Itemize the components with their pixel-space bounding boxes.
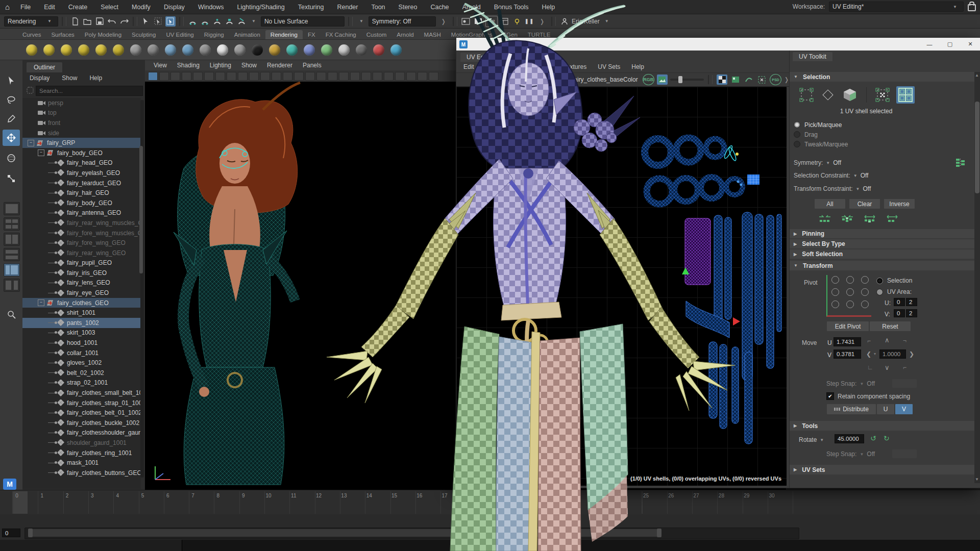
inverse-button[interactable]: Inverse [884, 198, 915, 209]
rotate-value-field[interactable]: 45.0000 [835, 434, 864, 443]
uv-area-u-min-field[interactable]: 0 [894, 298, 905, 306]
workspace-lock-icon[interactable] [968, 4, 976, 11]
viewport-toolbar-icon-6[interactable] [215, 72, 225, 81]
viewport-menu-show[interactable]: Show [237, 61, 261, 69]
chevron-down-icon[interactable]: ▾ [874, 352, 876, 356]
viewport-toolbar-icon-3[interactable] [182, 72, 191, 81]
outliner-menu-display[interactable]: Display [24, 73, 55, 83]
account-name[interactable]: Eric Keller [572, 18, 600, 25]
viewport-toolbar-icon-21[interactable] [384, 72, 394, 81]
pivot-selection-radio[interactable]: Selection [876, 277, 912, 284]
time-slider-ticks[interactable]: 0123456789101112131415161718192021222324… [12, 491, 799, 514]
menu-display[interactable]: Display [157, 4, 191, 11]
new-scene-icon[interactable] [70, 16, 80, 27]
range-slider-track[interactable] [24, 528, 799, 539]
symmetry-field[interactable]: Symmetry: Off [369, 16, 436, 27]
menu-create[interactable]: Create [62, 4, 94, 11]
snap-curve-icon[interactable] [200, 16, 210, 27]
outliner-item-shirt-1001[interactable]: shirt_1001 [22, 308, 141, 318]
scroll-down-icon[interactable]: ▼ [974, 476, 980, 483]
uv-shell-select-icon[interactable] [896, 86, 915, 104]
reset-pivot-button[interactable]: Reset [869, 321, 911, 332]
shelf-tab-sculpting[interactable]: Sculpting [127, 30, 161, 39]
menu-toon[interactable]: Toon [364, 4, 391, 11]
viewport-toolbar-icon-8[interactable] [238, 72, 248, 81]
snap-grid-icon[interactable] [187, 16, 198, 27]
uv-menu-tools[interactable]: Tools [480, 62, 505, 71]
shelf-tab-surfaces[interactable]: Surfaces [46, 30, 79, 39]
scroll-up-icon[interactable]: ▲ [974, 72, 980, 79]
symmetry-grid-icon[interactable] [956, 159, 965, 167]
uv-menu-textures[interactable]: Textures [558, 62, 592, 71]
pivot-cell-5[interactable] [861, 288, 869, 296]
pause-viewport-icon[interactable]: ❚❚ [524, 16, 534, 27]
layout-single-pane-button[interactable] [4, 202, 20, 215]
chevron-down-icon[interactable]: ▼ [853, 173, 857, 178]
viewport-toolbar-icon-2[interactable] [170, 72, 180, 81]
layout-two-pane-stacked-button[interactable] [4, 248, 20, 261]
snap-options-chevron-icon[interactable]: ▼ [252, 19, 256, 23]
range-slider-bar[interactable] [28, 529, 661, 537]
layout-persp-uv-button[interactable] [4, 279, 20, 292]
menu-lighting-shading[interactable]: Lighting/Shading [231, 4, 291, 11]
viewport-menu-lighting[interactable]: Lighting [205, 61, 236, 69]
shelf-icon-black-material[interactable] [249, 42, 265, 58]
outliner-item-persp[interactable]: persp [22, 98, 141, 108]
outliner-item-fairy-grp[interactable]: −fairy_GRP [22, 138, 141, 148]
outliner-item-fairy-clothes-small-belt-1002[interactable]: fairy_clothes_small_belt_1002 [22, 388, 141, 398]
pivot-cell-3[interactable] [831, 288, 839, 296]
distribute-button[interactable]: Distribute [826, 404, 876, 415]
vertex-select-icon[interactable] [820, 87, 836, 103]
account-person-icon[interactable] [559, 16, 570, 27]
retain-spacing-row[interactable]: ✔ Retain component spacing [826, 392, 910, 400]
window-close-button[interactable]: ✕ [960, 38, 980, 51]
undo-icon[interactable] [107, 16, 117, 27]
shelf-tab-mash[interactable]: MASH [419, 30, 446, 39]
shelf-icon-gold-material[interactable] [266, 42, 283, 58]
redo-icon[interactable] [119, 16, 129, 27]
outliner-item-fairy-eyelash-geo[interactable]: fairy_eyelash_GEO [22, 168, 141, 178]
uv-menu-uv-sets[interactable]: UV Sets [593, 62, 625, 71]
align-max-u-icon[interactable] [841, 215, 854, 223]
viewport-toolbar-icon-9[interactable] [249, 72, 259, 81]
outliner-item-skirt-1003[interactable]: skirt_1003 [22, 328, 141, 338]
shelf-icon-glass-material[interactable] [284, 42, 300, 58]
light-editor-icon[interactable] [512, 16, 522, 27]
shelf-icon-directional-light[interactable] [58, 42, 75, 58]
shelf-tab-rigging[interactable]: Rigging [199, 30, 229, 39]
uv-menu-edit[interactable]: Edit [458, 62, 479, 71]
outliner-item-fairy-fore-wing-muscles-geo[interactable]: fairy_fore_wing_muscles_GEO [22, 228, 141, 238]
pivot-cell-8[interactable] [861, 300, 869, 308]
pivot-cell-2[interactable] [861, 276, 869, 284]
menu-select[interactable]: Select [94, 4, 125, 11]
uv-area-v-min-field[interactable]: 0 [894, 309, 905, 317]
rotate-ccw-button[interactable]: ↺ [870, 434, 876, 442]
outliner-tab[interactable]: Outliner [27, 62, 62, 72]
select-tool[interactable] [3, 72, 20, 89]
menu-modify[interactable]: Modify [125, 4, 157, 11]
shelf-tab-uv-editing[interactable]: UV Editing [161, 30, 199, 39]
uv-toolkit-tab[interactable]: UV Toolkit [793, 52, 832, 61]
section-header-tools[interactable]: ▶ Tools [790, 421, 974, 431]
uv-select-icon[interactable] [875, 87, 890, 103]
outliner-search-input[interactable]: Search... [36, 86, 143, 96]
move-corner-bl-button[interactable]: ∟ [867, 364, 873, 371]
menu-windows[interactable]: Windows [191, 4, 231, 11]
workspace-dropdown[interactable]: UV Editing* ▼ [829, 2, 964, 12]
viewport-toolbar-icon-4[interactable] [193, 72, 203, 81]
viewport-toolbar-icon-14[interactable] [305, 72, 315, 81]
section-header-pinning[interactable]: ▶Pinning [790, 229, 974, 238]
checker-map-icon[interactable] [546, 74, 557, 85]
viewport-toolbar-icon-23[interactable] [406, 72, 416, 81]
open-scene-icon[interactable] [82, 16, 92, 27]
menu-set-dropdown[interactable]: Rendering ▼ [4, 16, 58, 27]
chevron-down-icon[interactable]: ▼ [820, 438, 824, 442]
texture-name[interactable]: fairy_clothes_baseColor [572, 76, 638, 83]
outliner-item-fairy-body-geo[interactable]: −fairy_body_GEO [22, 148, 141, 158]
expander-icon[interactable]: − [28, 140, 34, 146]
pivot-cell-7[interactable] [846, 300, 854, 308]
command-line-input[interactable] [0, 540, 182, 551]
align-min-u-icon[interactable] [818, 215, 831, 223]
select-hierarchy-icon[interactable] [141, 16, 151, 27]
shelf-tab-curves[interactable]: Curves [17, 30, 46, 39]
